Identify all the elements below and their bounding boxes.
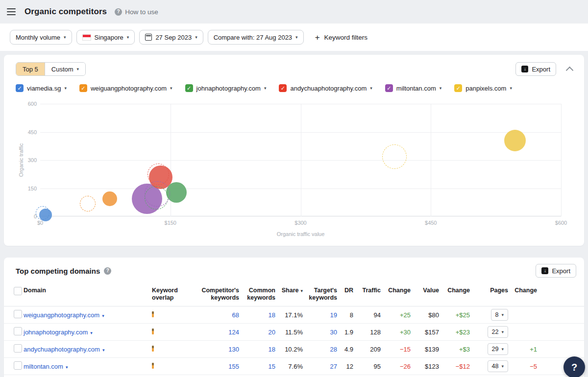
compare-dropdown[interactable]: Compare with: 27 Aug 2023 ▾ — [208, 30, 304, 45]
column-header-domain[interactable]: Domain — [24, 282, 152, 306]
legend-checkbox[interactable]: ✓ — [16, 84, 24, 92]
share-cell: 7.4% — [279, 375, 307, 377]
legend-checkbox[interactable]: ✓ — [185, 84, 193, 92]
y-tick-label: 150 — [28, 186, 37, 191]
volume-dropdown[interactable]: Monthly volume ▾ — [10, 30, 72, 45]
keyword-overlap-bar — [152, 329, 154, 334]
y-tick-label: 450 — [28, 129, 37, 135]
help-button[interactable]: ? — [564, 356, 585, 377]
filter-bar: Monthly volume ▾ Singapore ▾ 27 Sep 2023… — [0, 24, 588, 51]
legend-checkbox[interactable]: ✓ — [385, 84, 393, 92]
legend-item-weiguangphotography.com[interactable]: ✓weiguangphotography.com▾ — [79, 84, 172, 92]
legend-item-miltontan.com[interactable]: ✓miltontan.com▾ — [385, 84, 441, 92]
pages-count: 48 — [492, 363, 499, 370]
column-header-target_keywords[interactable]: Target's keywords — [307, 282, 341, 306]
header-select-all-cell — [4, 282, 24, 306]
column-header-pages[interactable]: Pages — [474, 282, 512, 306]
legend-label: miltontan.com — [396, 85, 436, 92]
column-header-traffic[interactable]: Traffic — [357, 282, 385, 306]
chart-export-button[interactable]: ↓ Export — [515, 62, 556, 76]
pages-dropdown[interactable]: 22▾ — [488, 326, 508, 338]
y-axis-label: Organic traffic — [18, 143, 24, 177]
legend-item-andychuaphotography.com[interactable]: ✓andychuaphotography.com▾ — [279, 84, 372, 92]
hamburger-menu-icon[interactable] — [7, 8, 16, 15]
row-checkbox[interactable] — [14, 310, 22, 318]
date-dropdown[interactable]: 27 Sep 2023 ▾ — [139, 30, 203, 45]
column-header-pages_change[interactable]: Change — [512, 282, 541, 306]
column-header-dr[interactable]: DR — [341, 282, 357, 306]
bubble-weiguangphotography.com[interactable] — [102, 191, 117, 206]
table-export-button[interactable]: ↓ Export — [536, 264, 576, 278]
target-keywords-cell[interactable]: 21 — [307, 375, 341, 377]
pages-dropdown[interactable]: 48▾ — [488, 360, 508, 372]
table-header-bar: Top competing domains ? ↓ Export — [4, 258, 584, 282]
competitor-keywords-cell[interactable]: 249 — [196, 375, 243, 377]
domain-link[interactable]: johnaphotography.com — [24, 329, 88, 336]
legend-item-johnaphotography.com[interactable]: ✓johnaphotography.com▾ — [185, 84, 267, 92]
collapse-chart-icon[interactable] — [566, 66, 574, 74]
pages-dropdown[interactable]: 29▾ — [488, 343, 508, 355]
legend-item-panpixels.com[interactable]: ✓panpixels.com▾ — [454, 84, 512, 92]
column-header-common_keywords[interactable]: Common keywords — [243, 282, 279, 306]
common-keywords-cell[interactable]: 20 — [243, 375, 279, 377]
column-header-overlap[interactable]: Keyword overlap — [152, 282, 196, 306]
select-all-checkbox[interactable] — [14, 287, 22, 295]
common-keywords-cell[interactable]: 18 — [243, 306, 279, 324]
row-checkbox[interactable] — [14, 344, 22, 353]
traffic-change-cell: +25 — [385, 306, 415, 324]
common-keywords-cell[interactable]: 18 — [243, 341, 279, 358]
chevron-down-icon: ▾ — [295, 35, 298, 40]
column-header-competitor_keywords[interactable]: Competitor's keywords — [196, 282, 243, 306]
domain-link[interactable]: weiguangphotography.com — [24, 311, 99, 319]
column-header-share[interactable]: Share▾ — [279, 282, 307, 306]
common-keywords-cell[interactable]: 20 — [243, 324, 279, 341]
legend-checkbox[interactable]: ✓ — [279, 84, 287, 92]
column-header-value_change[interactable]: Change — [443, 282, 474, 306]
top-header: Organic competitors ? How to use — [0, 0, 588, 24]
target-keywords-cell[interactable]: 28 — [307, 341, 341, 358]
legend-checkbox[interactable]: ✓ — [454, 84, 462, 92]
value-change-cell: −$12 — [443, 358, 474, 375]
x-axis-label: Organic traffic value — [40, 231, 561, 237]
chevron-down-icon: ▾ — [102, 348, 105, 353]
value-cell: $139 — [415, 341, 443, 358]
row-checkbox[interactable] — [14, 327, 22, 335]
legend-item-viamedia.sg[interactable]: ✓viamedia.sg▾ — [16, 84, 67, 92]
bubble-previous-miltontan.com[interactable] — [145, 181, 170, 207]
row-select-cell — [4, 306, 24, 324]
traffic-cell: 94 — [357, 306, 385, 324]
value-change-cell: +$23 — [443, 324, 474, 341]
target-keywords-cell[interactable]: 27 — [307, 358, 341, 375]
legend-label: viamedia.sg — [27, 85, 61, 92]
row-checkbox[interactable] — [14, 361, 22, 370]
domain-link[interactable]: andychuaphotography.com — [24, 346, 100, 353]
competitor-keywords-cell[interactable]: 124 — [196, 324, 243, 341]
pages-dropdown[interactable]: 8▾ — [491, 309, 508, 321]
domain-link[interactable]: miltontan.com — [24, 363, 63, 370]
country-dropdown[interactable]: Singapore ▾ — [76, 30, 135, 45]
column-header-value[interactable]: Value — [415, 282, 443, 306]
calendar-icon — [145, 34, 152, 41]
column-header-traffic_change[interactable]: Change — [385, 282, 415, 306]
table-header-row: DomainKeyword overlapCompetitor's keywor… — [4, 282, 584, 306]
bubble-panpixels.com[interactable] — [504, 130, 526, 151]
bubble-previous-viamedia.sg[interactable] — [36, 206, 49, 220]
target-keywords-cell[interactable]: 19 — [307, 306, 341, 324]
target-keywords-cell[interactable]: 30 — [307, 324, 341, 341]
common-keywords-cell[interactable]: 15 — [243, 358, 279, 375]
competitor-keywords-cell[interactable]: 130 — [196, 341, 243, 358]
traffic-change-cell: +30 — [385, 324, 415, 341]
keyword-filters-button[interactable]: + Keyword filters — [315, 33, 368, 42]
volume-label: Monthly volume — [16, 34, 60, 41]
bubble-previous-weiguangphotography.com[interactable] — [80, 196, 96, 212]
legend-checkbox[interactable]: ✓ — [79, 84, 87, 92]
tab-custom[interactable]: Custom ▾ — [45, 63, 85, 75]
competitor-keywords-cell[interactable]: 68 — [196, 306, 243, 324]
row-select-cell — [4, 375, 24, 377]
tab-top5[interactable]: Top 5 — [16, 63, 45, 75]
dr-cell: 12 — [341, 358, 357, 375]
bubble-previous-panpixels.com[interactable] — [382, 144, 407, 169]
competitor-keywords-cell[interactable]: 155 — [196, 358, 243, 375]
how-to-use-link[interactable]: ? How to use — [115, 8, 158, 16]
domain-cell: miltontan.com▾ — [24, 358, 152, 375]
